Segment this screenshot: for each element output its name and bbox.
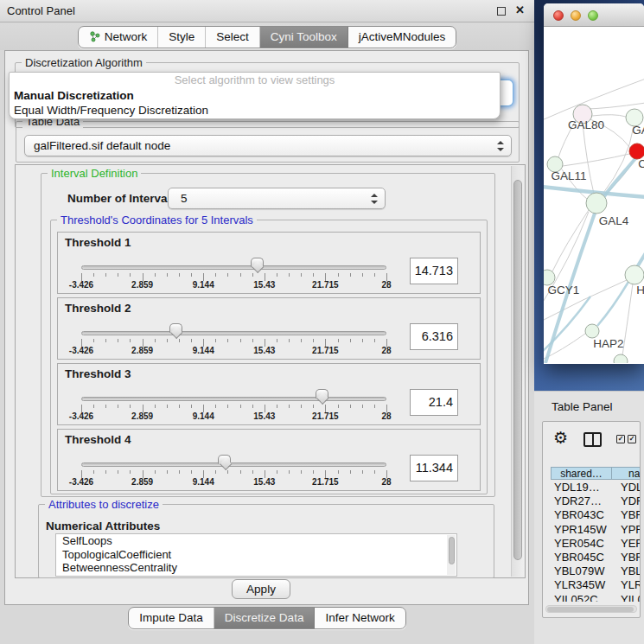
table-rows: YDL19…YDL1YDR27…YDR2YBR043CYBR0YPR145WYP… — [551, 481, 641, 602]
right-region: GAL80GACGAL11GAL4GCY1HHAP2 Table Panel ⚙… — [534, 0, 644, 644]
table-data-group: Table Data galFiltered.sif default node — [16, 121, 520, 163]
numerical-attributes-label: Numerical Attributes — [46, 520, 160, 532]
control-panel: Control Panel ✕ — [0, 0, 534, 644]
tab-label: Style — [169, 27, 194, 48]
vertical-scrollbar[interactable] — [511, 166, 524, 577]
interval-definition-group: Interval Definition Number of Intervals … — [41, 173, 495, 497]
tab-style[interactable]: Style — [158, 27, 206, 48]
algorithm-dropdown-popup: Select algorithm to view settings Manual… — [9, 72, 501, 119]
tab-cyni-toolbox[interactable]: Cyni Toolbox — [260, 27, 348, 48]
network-edge — [544, 296, 590, 352]
slider-track[interactable] — [81, 265, 386, 270]
table-row[interactable]: YBR043CYBR0 — [551, 508, 641, 522]
combobox-value: 5 — [181, 188, 188, 208]
number-of-intervals-combobox[interactable]: 5 — [168, 188, 386, 209]
network-edge — [583, 124, 594, 194]
float-window-icon[interactable] — [497, 7, 506, 16]
table-row[interactable]: YBR045CYBR0 — [551, 551, 641, 564]
threshold-3-panel: Threshold 3 -3.4262.8599.14415.4321.7152… — [57, 363, 481, 425]
control-panel-titlebar: Control Panel ✕ — [0, 0, 534, 22]
threshold-1-panel: Threshold 1 -3.4262.8599.14415.4321.7152… — [57, 232, 481, 294]
network-edge — [563, 154, 629, 166]
network-view-window[interactable]: GAL80GACGAL11GAL4GCY1HHAP2 — [544, 3, 644, 364]
attribute-list-item[interactable]: SelfLoops — [56, 534, 456, 548]
table-row[interactable]: YPR145WYPR1 — [551, 523, 641, 537]
popup-option-manual-discretization[interactable]: Manual Discretization — [10, 88, 500, 103]
slider-track[interactable] — [81, 397, 386, 401]
combobox-value: galFiltered.sif default node — [34, 136, 170, 156]
popup-option-equal-width-frequency[interactable]: Equal Width/Frequency Discretization — [10, 103, 500, 118]
network-node — [614, 354, 628, 363]
attributes-group: Attributes to discretize Numerical Attri… — [38, 504, 494, 578]
tab-label: Select — [216, 27, 249, 48]
slider-tick-labels: -3.4262.8599.14415.4321.71528 — [81, 477, 386, 488]
network-node-label: GAL11 — [551, 169, 586, 182]
slider-thumb[interactable] — [218, 455, 231, 464]
table-panel: Table Panel ⚙ ✓ ✓ shared… name YDL19…YDL… — [534, 391, 644, 644]
checked-box-icon[interactable]: ✓ — [616, 435, 625, 443]
attribute-list-item[interactable]: BetweennessCentrality — [56, 561, 456, 575]
list-scrollbar[interactable] — [447, 535, 456, 575]
slider-tick-labels: -3.4262.8599.14415.4321.71528 — [81, 411, 386, 422]
threshold-4-panel: Threshold 4 -3.4262.8599.14415.4321.7152… — [57, 429, 481, 491]
settings-gear-icon[interactable]: ⚙ — [553, 429, 568, 448]
network-window-titlebar[interactable] — [544, 3, 644, 27]
node-table: shared… name YDL19…YDL1YDR27…YDR2YBR043C… — [551, 467, 641, 602]
network-canvas[interactable]: GAL80GACGAL11GAL4GCY1HHAP2 — [544, 27, 644, 363]
checked-box-icon[interactable]: ✓ — [628, 435, 636, 443]
scrollbar-thumb[interactable] — [547, 607, 634, 612]
slider-thumb[interactable] — [316, 389, 328, 399]
tab-label: Impute Data — [139, 608, 203, 628]
column-header-shared[interactable]: shared… — [551, 467, 611, 480]
network-graph[interactable]: GAL80GACGAL11GAL4GCY1HHAP2 — [544, 27, 644, 363]
tab-discretize-data[interactable]: Discretize Data — [214, 608, 316, 628]
network-node-label: C — [638, 157, 644, 170]
column-header-name[interactable]: name — [611, 467, 641, 480]
horizontal-scrollbar[interactable] — [545, 605, 637, 613]
network-edge — [592, 115, 626, 117]
attribute-list-item[interactable]: TopologicalCoefficient — [56, 548, 456, 562]
split-columns-icon[interactable] — [583, 432, 602, 447]
tab-label: Infer Network — [325, 608, 394, 628]
attributes-listbox[interactable]: SelfLoopsTopologicalCoefficientBetweenne… — [55, 533, 457, 577]
apply-button[interactable]: Apply — [232, 579, 290, 599]
panel-title: Control Panel — [7, 4, 75, 17]
scrollbar-thumb[interactable] — [513, 180, 522, 560]
threshold-value-field[interactable]: 14.713 — [410, 258, 458, 284]
scrollbar-thumb[interactable] — [449, 537, 455, 564]
network-edge — [584, 103, 644, 109]
popup-hint: Select algorithm to view settings — [10, 73, 500, 88]
table-row[interactable]: YBL079WYBL0 — [551, 564, 641, 578]
table-row[interactable]: YDR27…YDR2 — [551, 494, 641, 508]
slider-thumb[interactable] — [251, 258, 264, 267]
slider-track[interactable] — [81, 462, 386, 467]
bottom-tabs: Impute Data Discretize Data Infer Networ… — [128, 607, 405, 629]
group-title: Attributes to discretize — [45, 498, 163, 511]
tab-impute-data[interactable]: Impute Data — [129, 608, 214, 628]
table-data-combobox[interactable]: galFiltered.sif default node — [24, 135, 512, 156]
tab-select[interactable]: Select — [206, 27, 260, 48]
slider-tick-labels: -3.4262.8599.14415.4321.71528 — [81, 280, 386, 290]
threshold-value-field[interactable]: 11.344 — [410, 455, 458, 481]
table-row[interactable]: YER054CYER0 — [551, 537, 641, 551]
network-icon — [89, 31, 100, 42]
tab-infer-network[interactable]: Infer Network — [315, 608, 405, 628]
slider-thumb[interactable] — [169, 323, 182, 333]
threshold-value-field[interactable]: 21.4 — [410, 389, 458, 416]
threshold-value-field[interactable]: 6.316 — [410, 323, 458, 350]
table-row[interactable]: YIL052CYIL0 — [551, 593, 641, 603]
slider-track[interactable] — [81, 331, 386, 335]
number-of-intervals-label: Number of Intervals — [67, 192, 177, 205]
minimize-traffic-light-icon[interactable] — [571, 10, 581, 21]
slider-tick-labels: -3.4262.8599.14415.4321.71528 — [81, 346, 386, 356]
table-row[interactable]: YDL19…YDL1 — [551, 481, 641, 494]
zoom-traffic-light-icon[interactable] — [588, 10, 598, 21]
tab-jactivemnodules[interactable]: jActiveMNodules — [348, 27, 456, 48]
table-panel-title: Table Panel — [552, 400, 613, 413]
tab-network[interactable]: Network — [79, 27, 159, 48]
cyni-toolbox-panel: Discretization Algorithm Select algorith… — [4, 50, 529, 605]
table-row[interactable]: YLR345WYLR3 — [551, 578, 641, 592]
close-icon[interactable]: ✕ — [515, 3, 525, 16]
desktop-background: GAL80GACGAL11GAL4GCY1HHAP2 — [534, 0, 644, 391]
close-traffic-light-icon[interactable] — [553, 10, 564, 21]
